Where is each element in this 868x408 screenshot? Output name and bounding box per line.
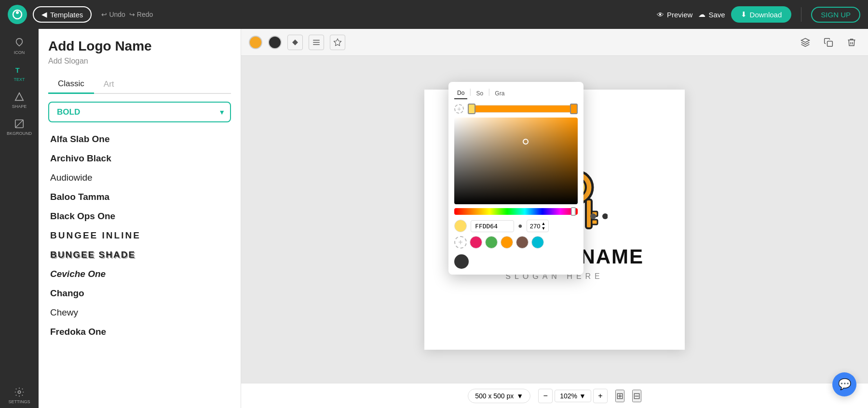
grid-button[interactable]: ⊞	[615, 390, 624, 402]
layers-icon-btn[interactable]	[797, 34, 814, 51]
svg-rect-7	[827, 41, 833, 46]
gradient-thumb-right[interactable]	[570, 104, 578, 114]
svg-rect-18	[592, 220, 597, 224]
color-swatch-dark[interactable]	[268, 36, 282, 49]
hex-input[interactable]	[471, 220, 514, 232]
toolbar-row	[241, 29, 868, 56]
sidebar-item-settings[interactable]: SETTINGS	[2, 383, 36, 408]
align-button[interactable]: ⊟	[632, 390, 641, 402]
rainbow-bar[interactable]	[454, 208, 578, 215]
tab-row: Classic Art	[48, 75, 231, 94]
rainbow-thumb[interactable]	[571, 207, 576, 216]
templates-label: Templates	[50, 11, 83, 19]
tab-art[interactable]: Art	[94, 75, 124, 93]
svg-marker-3	[15, 93, 24, 101]
font-item-fredoka[interactable]: Fredoka One	[48, 323, 231, 341]
font-item-bungee-shade[interactable]: BUNGEE SHADE	[48, 246, 231, 264]
undo-icon: ↩	[101, 11, 107, 18]
font-style-select[interactable]: BOLD REGULAR ITALIC LIGHT	[48, 102, 231, 122]
font-item-audiowide[interactable]: Audiowide	[48, 169, 231, 187]
swatch-brown[interactable]	[516, 236, 529, 249]
size-selector[interactable]: 500 x 500 px ▼	[468, 389, 530, 403]
save-icon: ☁	[698, 10, 705, 19]
swatches-row: +	[454, 236, 578, 249]
sidebar-item-bkground[interactable]: BKGROUND	[2, 115, 36, 140]
redo-button[interactable]: ↪ Redo	[129, 11, 153, 18]
text-label: TEXT	[14, 77, 25, 82]
bottom-bar: 500 x 500 px ▼ − 102% ▼ + ⊞ ⊟	[241, 383, 868, 408]
zoom-chevron-icon: ▼	[579, 392, 586, 400]
tab-classic[interactable]: Classic	[48, 75, 94, 94]
picker-tab-do[interactable]: Do	[454, 88, 467, 99]
size-chevron-icon: ▼	[516, 392, 523, 400]
zoom-out-button[interactable]: −	[538, 389, 553, 403]
color-gradient-box[interactable]	[454, 118, 578, 204]
font-item-archivo[interactable]: Archivo Black	[48, 149, 231, 168]
solid-black-swatch[interactable]	[454, 254, 469, 269]
svg-rect-16	[586, 199, 592, 228]
swatch-orange[interactable]	[501, 236, 513, 249]
sidebar-item-text[interactable]: T TEXT	[2, 61, 36, 86]
font-panel: Add Logo Name Add Slogan Classic Art BOL…	[39, 29, 241, 408]
svg-point-23	[590, 213, 596, 219]
font-item-bungee-inline[interactable]: BUNGEE INLINE	[48, 226, 231, 245]
color-swatch-orange[interactable]	[249, 36, 262, 49]
zoom-value[interactable]: 102% ▼	[555, 390, 591, 402]
picker-tab-so[interactable]: So	[474, 88, 487, 99]
font-item-chango[interactable]: Chango	[48, 284, 231, 303]
templates-button[interactable]: ◀ Templates	[33, 6, 92, 23]
swatch-cyan[interactable]	[531, 236, 544, 249]
save-button[interactable]: ☁ Save	[698, 10, 725, 19]
font-item-black-ops[interactable]: Black Ops One	[48, 207, 231, 225]
svg-point-1	[16, 11, 19, 14]
picker-tab-gra[interactable]: Gra	[492, 88, 507, 99]
arrange-icon-btn[interactable]	[309, 35, 324, 50]
font-item-baloo[interactable]: Baloo Tamma	[48, 188, 231, 206]
bkground-label: BKGROUND	[7, 131, 32, 136]
eye-icon: 👁	[657, 11, 664, 19]
size-label: 500 x 500 px	[475, 392, 514, 400]
color-picker-popup: Do | So | Gra +	[448, 82, 583, 275]
gradient-stops-row: +	[454, 104, 578, 114]
sidebar-item-icon[interactable]: ICON	[2, 34, 36, 59]
chat-icon: 💬	[838, 378, 851, 391]
delete-icon-btn[interactable]	[843, 34, 860, 51]
icon-sidebar: ICON T TEXT SHAPE BKGROUND	[0, 29, 39, 408]
signup-button[interactable]: SIGN UP	[811, 7, 860, 23]
degree-spinners[interactable]: ▲▼	[541, 221, 545, 231]
opacity-dot: ●	[518, 222, 523, 230]
font-item-alfa-slab[interactable]: Alfa Slab One	[48, 130, 231, 148]
undo-redo-group: ↩ Undo ↪ Redo	[101, 11, 153, 18]
solid-swatch-row	[454, 252, 578, 269]
picker-tabs: Do | So | Gra	[454, 88, 578, 99]
flip-icon-btn[interactable]	[287, 35, 303, 50]
navbar: ◀ Templates ↩ Undo ↪ Redo 👁 Preview ☁ Sa…	[0, 0, 868, 29]
redo-icon: ↪	[129, 11, 135, 18]
sidebar-item-shape[interactable]: SHAPE	[2, 88, 36, 113]
degree-input[interactable]: 270 ▲▼	[527, 220, 549, 232]
swatch-green[interactable]	[485, 236, 498, 249]
gradient-stop-bar[interactable]	[468, 105, 578, 113]
font-item-chewy[interactable]: Chewy	[48, 303, 231, 322]
gradient-cursor[interactable]	[523, 139, 529, 145]
zoom-in-button[interactable]: +	[593, 389, 608, 403]
undo-button[interactable]: ↩ Undo	[101, 11, 125, 18]
download-button[interactable]: ⬇ Download	[731, 6, 792, 23]
duplicate-icon-btn[interactable]	[820, 34, 837, 51]
add-swatch-button[interactable]: +	[454, 236, 467, 249]
svg-line-5	[15, 120, 24, 128]
settings-label: SETTINGS	[8, 399, 30, 404]
hex-row: ● 270 ▲▼	[454, 220, 578, 232]
svg-point-19	[602, 213, 608, 219]
zoom-controls: − 102% ▼ +	[538, 389, 608, 403]
font-item-ceviche[interactable]: Ceviche One	[48, 265, 231, 283]
hex-color-preview	[454, 220, 467, 232]
gradient-thumb-left[interactable]	[468, 104, 475, 114]
chat-bubble[interactable]: 💬	[832, 372, 856, 396]
add-gradient-stop-btn[interactable]: +	[454, 104, 464, 114]
font-style-selector[interactable]: BOLD REGULAR ITALIC LIGHT ▼	[48, 102, 231, 122]
app-logo[interactable]	[8, 5, 27, 24]
effects-icon-btn[interactable]	[330, 35, 345, 50]
swatch-pink[interactable]	[470, 236, 482, 249]
preview-button[interactable]: 👁 Preview	[657, 11, 692, 19]
